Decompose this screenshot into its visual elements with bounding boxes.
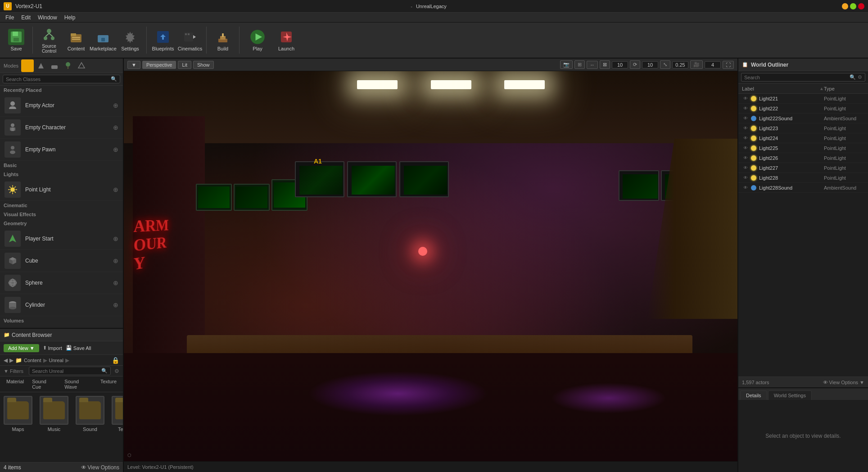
content-search-input[interactable] bbox=[32, 368, 101, 374]
outliner-row-6[interactable]: 👁 Light226 PointLight bbox=[738, 153, 868, 163]
visibility-icon-2[interactable]: 👁 bbox=[742, 115, 749, 122]
outliner-search-input[interactable] bbox=[744, 75, 850, 80]
place-item-empty-pawn[interactable]: Empty Pawn ⊕ bbox=[0, 139, 123, 161]
path-forward-btn[interactable]: ▶ bbox=[9, 357, 14, 363]
empty-pawn-add[interactable]: ⊕ bbox=[113, 146, 118, 153]
visibility-icon-7[interactable]: 👁 bbox=[742, 164, 749, 172]
outliner-row-9[interactable]: 👁 Light228Sound AmbientSound bbox=[738, 183, 868, 193]
vp-rel-btn[interactable]: ↔ bbox=[587, 61, 598, 69]
tab-world-settings[interactable]: World Settings bbox=[768, 390, 812, 400]
minimize-btn[interactable] bbox=[842, 3, 848, 9]
content-item-texture[interactable]: Texture bbox=[112, 396, 123, 458]
viewport-canvas[interactable]: ARMOURY A1 bbox=[124, 71, 737, 461]
vp-maximize-btn[interactable]: ⛶ bbox=[723, 61, 734, 69]
cube-add[interactable]: ⊕ bbox=[113, 257, 118, 264]
vp-snap-surface-btn[interactable]: ⊠ bbox=[600, 60, 610, 69]
vp-rot-btn[interactable]: ⟳ bbox=[630, 60, 640, 69]
menu-help[interactable]: Help bbox=[61, 14, 79, 22]
path-unreal[interactable]: Unreal bbox=[49, 358, 63, 363]
lit-btn[interactable]: Lit bbox=[178, 61, 191, 69]
mode-place[interactable] bbox=[21, 59, 34, 72]
content-item-maps[interactable]: Maps bbox=[4, 396, 32, 458]
outliner-row-1[interactable]: 👁 Light222 PointLight bbox=[738, 104, 868, 113]
menu-file[interactable]: File bbox=[2, 14, 18, 22]
outliner-row-7[interactable]: 👁 Light227 PointLight bbox=[738, 163, 868, 173]
filter-texture[interactable]: Texture bbox=[98, 378, 119, 390]
settings-button[interactable]: Settings bbox=[118, 25, 143, 55]
visibility-icon-0[interactable]: 👁 bbox=[742, 95, 749, 102]
category-volumes[interactable]: Volumes bbox=[0, 316, 123, 325]
outliner-row-3[interactable]: 👁 Light223 PointLight bbox=[738, 123, 868, 133]
launch-button[interactable]: Launch bbox=[274, 25, 299, 55]
place-item-empty-character[interactable]: Empty Character ⊕ bbox=[0, 117, 123, 139]
content-options-btn[interactable]: ⚙ bbox=[114, 368, 119, 374]
player-start-add[interactable]: ⊕ bbox=[113, 235, 118, 242]
visibility-icon-9[interactable]: 👁 bbox=[742, 184, 749, 191]
search-classes-input[interactable] bbox=[6, 77, 111, 82]
vp-dropdown-btn[interactable]: ▼ bbox=[127, 61, 140, 69]
menu-edit[interactable]: Edit bbox=[18, 14, 34, 22]
outliner-row-5[interactable]: 👁 Light225 PointLight bbox=[738, 143, 868, 153]
filters-btn[interactable]: ▼ Filters bbox=[4, 368, 23, 374]
place-item-empty-actor[interactable]: Empty Actor ⊕ bbox=[0, 95, 123, 117]
marketplace-button[interactable]: Marketplace bbox=[90, 25, 116, 55]
visibility-icon-3[interactable]: 👁 bbox=[742, 125, 749, 132]
mode-foliage[interactable] bbox=[62, 59, 74, 72]
vp-cam-btn[interactable]: 📷 bbox=[560, 60, 573, 69]
visibility-icon-4[interactable]: 👁 bbox=[742, 135, 749, 142]
outliner-view-options-btn[interactable]: 👁 View Options ▼ bbox=[823, 380, 865, 385]
outliner-row-2[interactable]: 👁 Light222Sound AmbientSound bbox=[738, 113, 868, 123]
filter-material[interactable]: Material bbox=[4, 378, 27, 390]
content-item-sound[interactable]: Sound bbox=[76, 396, 104, 458]
window-controls[interactable] bbox=[842, 3, 864, 9]
import-button[interactable]: ⬆ Import bbox=[43, 345, 62, 351]
content-button[interactable]: Content bbox=[63, 25, 89, 55]
visibility-icon-8[interactable]: 👁 bbox=[742, 174, 749, 182]
visibility-icon-6[interactable]: 👁 bbox=[742, 154, 749, 162]
filter-sound-wave[interactable]: Sound Wave bbox=[62, 378, 95, 390]
outliner-row-4[interactable]: 👁 Light224 PointLight bbox=[738, 133, 868, 143]
vp-camera-speed-btn[interactable]: 🎥 bbox=[690, 60, 703, 69]
show-btn[interactable]: Show bbox=[193, 61, 214, 69]
mode-landscape[interactable] bbox=[48, 59, 61, 72]
save-all-button[interactable]: 💾 Save All bbox=[66, 345, 91, 351]
content-search-box[interactable]: 🔍 bbox=[29, 367, 111, 375]
outliner-settings-icon[interactable]: ⚙ bbox=[858, 74, 862, 80]
place-item-player-start[interactable]: Player Start ⊕ bbox=[0, 228, 123, 250]
outliner-row-0[interactable]: 👁 Light221 PointLight bbox=[738, 94, 868, 104]
tab-details[interactable]: Details bbox=[740, 390, 767, 400]
perspective-btn[interactable]: Perspective bbox=[142, 61, 176, 69]
path-back-btn[interactable]: ◀ bbox=[4, 357, 8, 363]
path-content[interactable]: Content bbox=[24, 358, 41, 363]
category-lights[interactable]: Lights bbox=[0, 170, 123, 179]
play-button[interactable]: Play bbox=[243, 25, 272, 55]
point-light-add[interactable]: ⊕ bbox=[113, 186, 118, 193]
search-classes-box[interactable]: 🔍 bbox=[3, 75, 120, 83]
outliner-row-8[interactable]: 👁 Light228 PointLight bbox=[738, 173, 868, 183]
content-item-music[interactable]: Music bbox=[40, 396, 68, 458]
add-new-button[interactable]: Add New ▼ bbox=[4, 344, 39, 352]
cinematics-button[interactable]: Cinematics bbox=[177, 25, 203, 55]
category-visual-effects[interactable]: Visual Effects bbox=[0, 210, 123, 219]
category-recently-placed[interactable]: Recently Placed bbox=[0, 86, 123, 95]
place-item-cylinder[interactable]: Cylinder ⊕ bbox=[0, 294, 123, 316]
col-label-header[interactable]: Label bbox=[742, 86, 819, 91]
empty-actor-add[interactable]: ⊕ bbox=[113, 102, 118, 109]
build-button[interactable]: Build bbox=[210, 25, 235, 55]
visibility-icon-5[interactable]: 👁 bbox=[742, 145, 749, 152]
menu-window[interactable]: Window bbox=[34, 14, 61, 22]
mode-geometry[interactable] bbox=[75, 59, 88, 72]
blueprints-button[interactable]: Blueprints bbox=[150, 25, 176, 55]
cylinder-add[interactable]: ⊕ bbox=[113, 301, 118, 309]
maximize-btn[interactable] bbox=[850, 3, 856, 9]
view-options-btn[interactable]: 👁 View Options bbox=[81, 464, 119, 471]
save-button[interactable]: Save bbox=[4, 25, 29, 55]
vp-grid-btn[interactable]: ⊞ bbox=[574, 60, 585, 69]
place-item-point-light[interactable]: Point Light ⊕ bbox=[0, 179, 123, 201]
source-control-button[interactable]: Source Control bbox=[36, 25, 62, 55]
visibility-icon-1[interactable]: 👁 bbox=[742, 105, 749, 112]
category-geometry[interactable]: Geometry bbox=[0, 219, 123, 228]
filter-sound-cue[interactable]: Sound Cue bbox=[29, 378, 59, 390]
mode-paint[interactable] bbox=[35, 59, 47, 72]
vp-scale-btn[interactable]: ⤡ bbox=[660, 60, 670, 69]
